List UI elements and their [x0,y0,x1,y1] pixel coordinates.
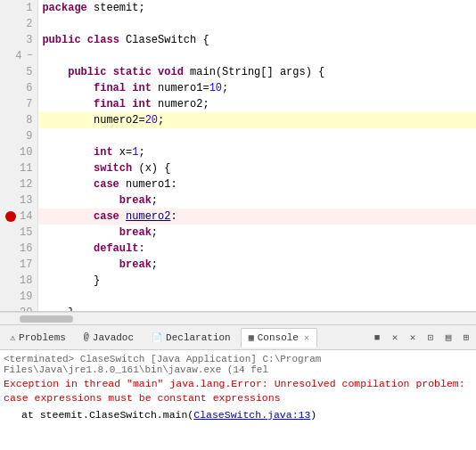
line-number-8: 8 [5,112,32,128]
console-error-line1: Exception in thread "main" java.lang.Err… [4,377,472,391]
problems-tab-label: Problems [19,332,66,343]
line-number-4: 4− [5,48,32,64]
toolbar-icon-5[interactable]: ⊞ [458,330,474,346]
code-line-17: break; [38,257,476,273]
console-tab-close[interactable]: ✕ [304,332,309,343]
bottom-panel: ⚠Problems@Javadoc📄Declaration▦Console✕■✕… [0,324,476,450]
code-line-15: break; [38,225,476,241]
code-line-1: package steemit; [38,0,476,16]
code-line-2 [38,16,476,32]
tab-javadoc[interactable]: @Javadoc [76,328,142,348]
editor-scrollbar[interactable] [0,312,476,324]
line-number-16: 16 [5,241,32,257]
console-tab-icon: ▦ [249,332,254,343]
code-line-9 [38,128,476,144]
code-line-8: numero2=20; [38,112,476,128]
code-line-10: int x=1; [38,144,476,160]
code-line-4 [38,48,476,64]
console-toolbar: ■✕✕⊡▤⊞ [369,330,474,346]
line-number-7: 7 [5,96,32,112]
line-number-19: 19 [5,289,32,305]
console-stack-trace: at steemit.ClaseSwitch.main(ClaseSwitch.… [4,405,472,421]
line-number-6: 6 [5,80,32,96]
code-line-11: switch (x) { [38,160,476,176]
line-number-18: 18 [5,273,32,289]
line-number-13: 13 [5,192,32,209]
code-line-18: } [38,273,476,289]
stack-prefix: at steemit.ClaseSwitch.main( [21,409,193,421]
console-terminated-line: <terminated> ClaseSwitch [Java Applicati… [4,352,472,377]
stack-end: ) [310,409,316,421]
code-line-13: break; [38,192,476,209]
code-line-6: final int numero1=10; [38,80,476,96]
stack-link[interactable]: ClaseSwitch.java:13 [193,409,310,421]
line-number-3: 3 [5,32,32,48]
code-line-20: } [38,305,476,311]
code-editor: 1234−5678910111213141516171819202122 pac… [0,0,476,312]
line-number-5: 5 [5,64,32,80]
line-number-1: 1 [5,0,32,16]
tab-bar: ⚠Problems@Javadoc📄Declaration▦Console✕■✕… [0,325,476,350]
line-number-12: 12 [5,176,32,192]
code-line-3: public class ClaseSwitch { [38,32,476,48]
line-number-15: 15 [5,225,32,241]
tab-console[interactable]: ▦Console✕ [241,328,317,348]
tab-problems[interactable]: ⚠Problems [2,328,74,348]
console-output: <terminated> ClaseSwitch [Java Applicati… [0,350,476,450]
console-error-line2: case expressions must be constant expres… [4,391,472,405]
code-line-16: default: [38,241,476,257]
declaration-tab-icon: 📄 [152,332,162,343]
line-number-2: 2 [5,16,32,32]
line-number-20: 20 [5,305,32,312]
console-tab-label: Console [258,332,299,343]
tab-declaration[interactable]: 📄Declaration [144,328,239,348]
javadoc-tab-label: Javadoc [93,332,134,343]
declaration-tab-label: Declaration [166,332,231,343]
code-line-14: case numero2: [38,209,476,225]
code-line-19 [38,289,476,305]
line-number-10: 10 [5,144,32,160]
collapse-arrow[interactable]: − [27,48,32,64]
error-indicator [5,211,16,222]
javadoc-tab-icon: @ [84,332,89,342]
line-number-14: 14 [5,209,32,225]
line-numbers: 1234−5678910111213141516171819202122 [0,0,38,311]
scrollbar-thumb[interactable] [20,315,73,323]
code-line-5: public static void main(String[] args) { [38,64,476,80]
code-line-12: case numero1: [38,176,476,192]
toolbar-icon-3[interactable]: ⊡ [423,330,439,346]
toolbar-icon-4[interactable]: ▤ [440,330,456,346]
line-number-11: 11 [5,160,32,176]
toolbar-icon-2[interactable]: ✕ [405,330,421,346]
toolbar-icon-0[interactable]: ■ [369,330,385,346]
toolbar-icon-1[interactable]: ✕ [387,330,403,346]
line-number-17: 17 [5,257,32,273]
code-content[interactable]: package steemit;public class ClaseSwitch… [38,0,476,311]
problems-tab-icon: ⚠ [10,332,15,343]
code-line-7: final int numero2; [38,96,476,112]
line-number-9: 9 [5,128,32,144]
